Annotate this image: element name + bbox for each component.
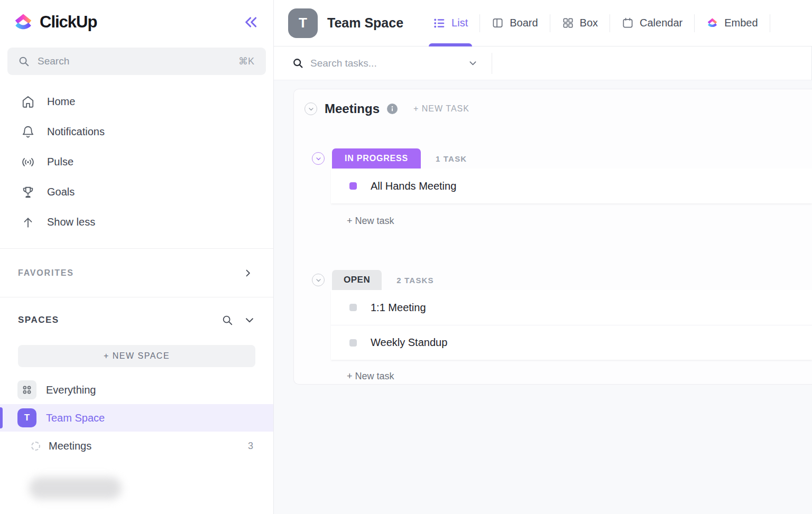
status-group-in-progress: IN PROGRESS 1 TASK All Hands Meeting + N… (294, 148, 812, 228)
list-header: Meetings + NEW TASK (294, 99, 812, 119)
clickup-mark-icon (706, 17, 718, 29)
new-task-header-button[interactable]: + NEW TASK (413, 104, 469, 114)
active-tab-underline (429, 43, 472, 46)
sidebar-item-notifications[interactable]: Notifications (0, 117, 273, 147)
clickup-mark-icon (13, 12, 34, 33)
sidebar-item-show-less[interactable]: Show less (0, 207, 273, 237)
collapse-group-icon[interactable] (312, 152, 325, 165)
divider (492, 53, 492, 74)
main-header: T Team Space List (274, 0, 812, 46)
tab-embed[interactable]: Embed (695, 0, 769, 46)
new-task-button[interactable]: + New task (294, 369, 812, 383)
task-toolbar (274, 46, 812, 80)
task-status-icon[interactable] (349, 339, 357, 347)
list-title: Meetings (325, 101, 380, 116)
trophy-icon (21, 185, 35, 199)
sidebar-search-input[interactable] (38, 55, 230, 67)
collapse-list-icon[interactable] (304, 102, 317, 115)
info-icon[interactable] (387, 104, 398, 114)
sidebar-item-home[interactable]: Home (0, 87, 273, 117)
spaces-section-header[interactable]: SPACES (0, 297, 273, 343)
status-group-open: OPEN 2 TASKS 1:1 Meeting Weekly Standup … (294, 270, 812, 383)
favorites-section-header[interactable]: FAVORITES (0, 249, 273, 297)
sidebar-item-meetings[interactable]: Meetings 3 (0, 432, 273, 460)
task-title: All Hands Meeting (371, 180, 456, 192)
view-tabs: List Board Box (421, 0, 770, 46)
task-title: 1:1 Meeting (371, 302, 426, 314)
task-row[interactable]: All Hands Meeting (331, 169, 812, 203)
chevrons-left-icon[interactable] (243, 14, 260, 31)
favorites-label: FAVORITES (18, 268, 74, 278)
search-icon (18, 55, 30, 67)
sidebar-item-everything[interactable]: Everything (0, 376, 273, 404)
task-status-icon[interactable] (349, 304, 357, 311)
status-badge[interactable]: IN PROGRESS (332, 148, 421, 169)
meetings-list-panel: Meetings + NEW TASK IN PROGRESS 1 TASK (293, 89, 812, 385)
spaces-label: SPACES (18, 315, 59, 325)
list-view-icon (433, 17, 446, 30)
collapse-group-icon[interactable] (312, 274, 325, 286)
grid-dots-icon (17, 380, 36, 399)
group-task-count: 1 TASK (436, 154, 467, 163)
pulse-icon (21, 155, 35, 169)
dashed-circle-icon (31, 442, 40, 451)
search-icon[interactable] (222, 314, 233, 326)
chevron-down-icon[interactable] (244, 314, 255, 326)
calendar-view-icon (622, 17, 634, 29)
tab-calendar[interactable]: Calendar (610, 0, 694, 46)
search-icon (292, 58, 303, 69)
sidebar-item-goals[interactable]: Goals (0, 177, 273, 207)
tab-box[interactable]: Box (550, 0, 610, 46)
chevron-down-icon[interactable] (468, 58, 478, 68)
new-space-button[interactable]: + NEW SPACE (18, 345, 255, 367)
space-avatar: T (288, 8, 318, 38)
home-icon (21, 95, 35, 109)
bell-icon (21, 125, 35, 139)
task-row[interactable]: Weekly Standup (331, 325, 812, 360)
tab-list[interactable]: List (421, 0, 479, 46)
arrow-up-icon (21, 216, 35, 229)
task-count-badge: 3 (248, 441, 253, 452)
board-view-icon (492, 17, 504, 29)
sidebar-item-team-space[interactable]: T Team Space (0, 404, 273, 432)
page-title: Team Space (327, 15, 403, 31)
clickup-logo[interactable]: ClickUp (13, 12, 97, 33)
task-title: Weekly Standup (371, 337, 447, 349)
sidebar-item-pulse[interactable]: Pulse (0, 147, 273, 177)
chevron-right-icon[interactable] (243, 268, 253, 278)
active-accent-bar (0, 407, 3, 428)
brand-name: ClickUp (40, 13, 97, 32)
search-tasks-input[interactable] (310, 58, 453, 69)
team-space-avatar: T (17, 408, 36, 427)
box-view-icon (562, 17, 574, 29)
sidebar: ClickUp ⌘K Home (0, 0, 274, 514)
task-row[interactable]: 1:1 Meeting (331, 290, 812, 325)
search-shortcut: ⌘K (238, 55, 254, 67)
sidebar-nav: Home Notifications Pulse (0, 87, 273, 237)
sidebar-search[interactable]: ⌘K (7, 48, 266, 75)
list-view-content: Meetings + NEW TASK IN PROGRESS 1 TASK (274, 80, 812, 514)
task-status-icon[interactable] (349, 182, 357, 190)
group-task-count: 2 TASKS (396, 276, 434, 285)
new-task-button[interactable]: + New task (294, 214, 812, 228)
tab-board[interactable]: Board (480, 0, 549, 46)
status-badge[interactable]: OPEN (332, 270, 382, 290)
blurred-user-pill (29, 477, 122, 499)
divider (770, 14, 770, 32)
main-pane: T Team Space List (274, 0, 812, 514)
